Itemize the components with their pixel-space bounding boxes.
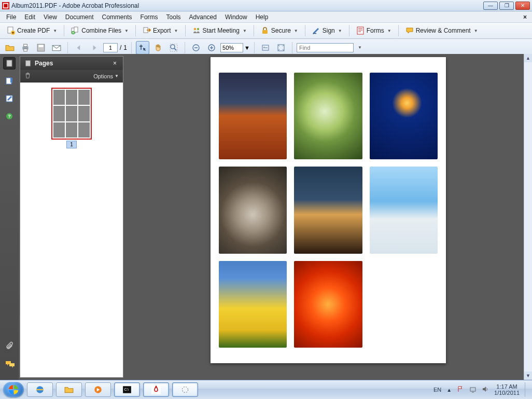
sign-button[interactable]: Sign▼ bbox=[309, 24, 346, 37]
print-button[interactable] bbox=[19, 41, 32, 54]
thumbnails-area[interactable]: 1 bbox=[20, 82, 123, 377]
menu-help[interactable]: Help bbox=[251, 12, 273, 22]
zoom-in-button[interactable] bbox=[205, 41, 218, 54]
page-number-input[interactable] bbox=[103, 43, 118, 52]
menu-file[interactable]: File bbox=[2, 12, 20, 22]
svg-rect-17 bbox=[39, 45, 44, 47]
close-button[interactable]: ✕ bbox=[515, 2, 530, 10]
start-button[interactable] bbox=[3, 382, 24, 397]
create-pdf-button[interactable]: Create PDF▼ bbox=[3, 24, 61, 37]
pages-panel: Pages × Options▼ 1 bbox=[20, 56, 123, 378]
minimize-button[interactable]: — bbox=[483, 2, 498, 10]
zoom-dropdown[interactable]: ▼ bbox=[244, 45, 250, 51]
svg-rect-25 bbox=[7, 60, 12, 66]
network-icon[interactable] bbox=[469, 386, 477, 394]
email-button[interactable] bbox=[50, 41, 63, 54]
menu-window[interactable]: Window bbox=[221, 12, 251, 22]
svg-rect-6 bbox=[74, 27, 78, 32]
fit-width-button[interactable] bbox=[259, 41, 272, 54]
combine-files-button[interactable]: Combine Files▼ bbox=[67, 24, 132, 37]
menu-edit[interactable]: Edit bbox=[20, 12, 39, 22]
zoom-out-button[interactable] bbox=[189, 41, 203, 54]
hand-tool-button[interactable] bbox=[151, 41, 165, 54]
pages-options-button[interactable]: Options▼ bbox=[93, 73, 119, 79]
signatures-panel-button[interactable] bbox=[3, 92, 16, 105]
combine-files-icon bbox=[71, 26, 79, 35]
volume-icon[interactable] bbox=[482, 386, 489, 394]
forms-button[interactable]: Forms▼ bbox=[353, 24, 395, 37]
task-cmd[interactable]: C:\ bbox=[114, 382, 140, 397]
vertical-scrollbar[interactable]: ▲ ▼ bbox=[524, 54, 532, 380]
lang-indicator[interactable]: EN bbox=[433, 387, 441, 393]
prev-page-button[interactable] bbox=[72, 41, 86, 54]
next-page-button[interactable] bbox=[88, 41, 101, 54]
help-button[interactable]: ? bbox=[3, 110, 16, 122]
task-acrobat[interactable] bbox=[143, 382, 169, 397]
trash-icon[interactable] bbox=[24, 72, 31, 80]
export-button[interactable]: Export▼ bbox=[139, 24, 182, 37]
photo-chrysanthemum bbox=[294, 261, 362, 348]
windows-taskbar: C:\ EN ▲ 1:17 AM 1/10/2011 bbox=[0, 380, 532, 399]
open-button[interactable] bbox=[3, 41, 17, 54]
pages-panel-button[interactable] bbox=[3, 57, 16, 70]
clock[interactable]: 1:17 AM 1/10/2011 bbox=[494, 383, 520, 396]
svg-rect-15 bbox=[24, 49, 27, 51]
find-input[interactable] bbox=[297, 43, 354, 52]
secure-button[interactable]: Secure▼ bbox=[257, 24, 302, 37]
svg-rect-31 bbox=[26, 61, 31, 66]
task-ie[interactable] bbox=[27, 382, 53, 397]
svg-rect-38 bbox=[470, 388, 475, 391]
sign-label: Sign bbox=[323, 27, 335, 34]
svg-rect-2 bbox=[4, 4, 8, 7]
pages-panel-close[interactable]: × bbox=[111, 60, 119, 67]
pdf-page bbox=[211, 57, 446, 363]
svg-point-10 bbox=[197, 28, 199, 30]
comments-button[interactable] bbox=[5, 360, 16, 370]
fit-page-button[interactable] bbox=[274, 41, 288, 54]
select-tool-button[interactable] bbox=[136, 41, 149, 54]
attachments-button[interactable] bbox=[5, 341, 15, 353]
photo-jellyfish bbox=[370, 73, 438, 159]
comment-icon bbox=[405, 26, 414, 35]
thumbnail-label: 1 bbox=[25, 142, 118, 147]
menu-comments[interactable]: Comments bbox=[98, 12, 136, 22]
task-mediaplayer[interactable] bbox=[85, 382, 111, 397]
forms-label: Forms bbox=[367, 27, 384, 34]
menu-document[interactable]: Document bbox=[61, 12, 98, 22]
lock-icon bbox=[261, 26, 269, 35]
save-button[interactable] bbox=[34, 41, 48, 54]
page-thumbnail-1[interactable] bbox=[51, 88, 92, 140]
maximize-button[interactable]: ❐ bbox=[499, 2, 514, 10]
review-comment-button[interactable]: Review & Comment▼ bbox=[402, 24, 482, 37]
svg-point-37 bbox=[182, 387, 188, 392]
svg-rect-12 bbox=[357, 27, 363, 34]
window-title: Album2011.PDF - Adobe Acrobat Profession… bbox=[11, 2, 483, 9]
start-meeting-label: Start Meeting bbox=[203, 27, 240, 34]
pages-panel-title: Pages bbox=[35, 60, 111, 67]
zoom-input[interactable] bbox=[220, 43, 243, 52]
scroll-up-button[interactable]: ▲ bbox=[524, 54, 532, 62]
menu-view[interactable]: View bbox=[39, 12, 61, 22]
bookmarks-panel-button[interactable] bbox=[3, 75, 16, 87]
export-label: Export bbox=[153, 27, 171, 34]
create-pdf-icon bbox=[7, 26, 15, 35]
photo-lighthouse bbox=[294, 167, 362, 253]
clock-date: 1/10/2011 bbox=[494, 390, 520, 396]
menu-tools[interactable]: Tools bbox=[162, 12, 185, 22]
pages-panel-header: Pages × bbox=[20, 57, 123, 70]
action-flag-icon[interactable] bbox=[457, 386, 464, 394]
menu-advanced[interactable]: Advanced bbox=[185, 12, 221, 22]
document-area[interactable] bbox=[124, 54, 532, 380]
svg-text:?: ? bbox=[8, 114, 11, 119]
start-meeting-button[interactable]: Start Meeting▼ bbox=[189, 24, 250, 37]
task-explorer[interactable] bbox=[56, 382, 82, 397]
menu-forms[interactable]: Forms bbox=[136, 12, 162, 22]
marquee-zoom-button[interactable] bbox=[167, 41, 180, 54]
tray-expand-icon[interactable]: ▲ bbox=[446, 387, 452, 393]
show-desktop-button[interactable] bbox=[525, 382, 529, 397]
document-close-button[interactable]: × bbox=[520, 13, 530, 21]
scroll-down-button[interactable]: ▼ bbox=[524, 372, 532, 380]
find-dropdown[interactable]: ▼ bbox=[358, 45, 362, 50]
photo-tulips bbox=[219, 261, 287, 348]
task-unknown[interactable] bbox=[172, 382, 198, 397]
